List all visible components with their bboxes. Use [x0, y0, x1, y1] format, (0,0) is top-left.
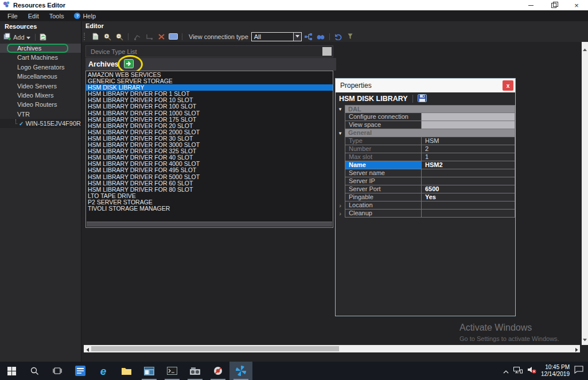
taskbar-search-button[interactable]: [23, 362, 46, 380]
tray-chevron-up-icon[interactable]: [503, 366, 509, 376]
collapsed-chevron-icon[interactable]: ›: [336, 201, 345, 210]
device-list-item[interactable]: HSM LIBRARY DRIVER FOR 325 SLOT: [86, 148, 333, 154]
expand-group-button[interactable]: [124, 59, 134, 70]
menu-item-tools[interactable]: Tools: [44, 11, 69, 21]
property-value[interactable]: [422, 121, 515, 129]
property-value[interactable]: 1: [422, 153, 515, 161]
vertical-scrollbar[interactable]: [582, 42, 588, 345]
sidebar-item-video-servers[interactable]: Video Servers: [0, 82, 81, 91]
device-list-item[interactable]: HSM LIBRARY DRIVER FOR 5000 SLOT: [86, 174, 333, 180]
blue-tile-app-icon[interactable]: [69, 362, 92, 380]
refresh-resource-button[interactable]: [39, 33, 47, 41]
device-list-item[interactable]: HSM LIBRARY DRIVER FOR 20 SLOT: [86, 123, 333, 129]
property-value[interactable]: Yes: [422, 193, 515, 201]
device-list-item[interactable]: LTO TAPE DRIVE: [86, 193, 333, 199]
sidebar-item-logo-generators[interactable]: Logo Generators: [0, 63, 81, 72]
device-list-item[interactable]: GENERIC SERVER STORAGE: [86, 78, 333, 84]
hierarchy-button[interactable]: [303, 32, 314, 41]
property-label[interactable]: View space: [345, 121, 422, 129]
connection-type-dropdown[interactable]: All: [251, 32, 302, 41]
close-button[interactable]: ×: [565, 0, 588, 10]
device-list-item[interactable]: HSM DISK LIBRARY: [86, 84, 333, 91]
property-label[interactable]: Number: [345, 145, 422, 153]
device-list-item[interactable]: HSM LIBRARY DRIVER FOR 3000 SLOT: [86, 142, 333, 148]
device-list-item[interactable]: HSM LIBRARY DRIVER FOR 60 SLOT: [86, 180, 333, 187]
property-label[interactable]: Configure connection: [345, 113, 422, 121]
filter-button[interactable]: [345, 32, 356, 41]
taskbar-clock[interactable]: 10:45 PM 12/14/2019: [541, 364, 570, 378]
property-value[interactable]: [422, 210, 515, 218]
start-button[interactable]: [0, 362, 23, 380]
restore-button[interactable]: [542, 0, 565, 10]
section-header-dal[interactable]: DAL: [345, 105, 515, 113]
property-value[interactable]: [422, 169, 515, 177]
device-list-hscrollbar[interactable]: [87, 222, 332, 227]
undo-button[interactable]: [333, 32, 344, 41]
property-value[interactable]: [422, 177, 515, 185]
delete-connection-button[interactable]: [156, 32, 166, 41]
recorder-app-icon[interactable]: [184, 362, 207, 380]
sidebar-item-video-routers[interactable]: Video Routers: [0, 100, 81, 109]
connection-elbow-icon[interactable]: [144, 32, 154, 41]
device-list-item[interactable]: HSM LIBRARY DRIVER FOR 4000 SLOT: [86, 161, 333, 167]
property-value[interactable]: [422, 201, 515, 210]
property-value[interactable]: HSM: [422, 137, 515, 145]
property-label[interactable]: Location: [345, 201, 422, 210]
volume-muted-icon[interactable]: [527, 366, 536, 376]
device-list-item[interactable]: AMAZON WEB SERVICES: [86, 72, 333, 78]
menu-item-file[interactable]: File: [2, 11, 23, 21]
section-header-general[interactable]: General: [345, 129, 515, 137]
device-list-item[interactable]: HSM LIBRARY DRIVER FOR 495 SLOT: [86, 167, 333, 173]
property-value[interactable]: HSM2: [422, 161, 515, 169]
find-button[interactable]: [316, 32, 326, 41]
device-list-item[interactable]: HSM LIBRARY DRIVER FOR 1 SLOT: [86, 91, 333, 97]
property-label[interactable]: Pingable: [345, 193, 422, 201]
zoom-out-button[interactable]: [114, 32, 124, 41]
sidebar-item-video-mixers[interactable]: Video Mixers: [0, 91, 81, 100]
zoom-in-button[interactable]: [102, 32, 112, 41]
property-value[interactable]: 2: [422, 145, 515, 153]
sidebar-item-archives[interactable]: Archives: [0, 44, 81, 53]
device-list-item[interactable]: HSM LIBRARY DRIVER FOR 1000 SLOT: [86, 110, 333, 117]
device-list-item[interactable]: HSM LIBRARY DRIVER FOR 100 SLOT: [86, 103, 333, 110]
document-button[interactable]: [90, 32, 100, 41]
property-value[interactable]: 6500: [422, 185, 515, 193]
device-list-item[interactable]: HSM LIBRARY DRIVER FOR 175 SLOT: [86, 117, 333, 123]
device-type-list-button[interactable]: [322, 47, 332, 56]
file-explorer-icon[interactable]: [115, 362, 138, 380]
sidebar-item-vtr[interactable]: VTR: [0, 110, 81, 119]
property-label[interactable]: Server name: [345, 169, 422, 177]
menu-item-help[interactable]: ?Help: [69, 11, 101, 21]
minimize-button[interactable]: [519, 0, 542, 10]
red-tool-app-icon[interactable]: [207, 362, 229, 380]
scrollbar-thumb[interactable]: [91, 346, 339, 351]
expanded-chevron-icon[interactable]: ▾: [336, 129, 345, 137]
menu-item-edit[interactable]: Edit: [23, 11, 44, 21]
expanded-chevron-icon[interactable]: ▾: [336, 105, 345, 113]
properties-close-button[interactable]: x: [503, 80, 513, 91]
display-rect-button[interactable]: [168, 32, 178, 41]
connection-line-icon[interactable]: [132, 32, 142, 41]
property-value[interactable]: [422, 113, 515, 121]
device-list-item[interactable]: HSM LIBRARY DRIVER FOR 10 SLOT: [86, 97, 333, 103]
device-list-item[interactable]: HSM LIBRARY DRIVER FOR 30 SLOT: [86, 135, 333, 142]
resources-editor-app-icon[interactable]: [229, 362, 252, 380]
property-label[interactable]: Server Port: [345, 185, 422, 193]
save-button[interactable]: [418, 94, 427, 104]
property-label[interactable]: Name: [345, 161, 422, 169]
collapsed-chevron-icon[interactable]: ›: [336, 210, 345, 218]
command-prompt-icon[interactable]: [161, 362, 184, 380]
network-icon[interactable]: [513, 366, 523, 376]
device-list-item[interactable]: HSM LIBRARY DRIVER FOR 80 SLOT: [86, 187, 333, 193]
property-label[interactable]: Server IP: [345, 177, 422, 185]
property-label[interactable]: Max slot: [345, 153, 422, 161]
device-list-item[interactable]: HSM LIBRARY DRIVER FOR 40 SLOT: [86, 154, 333, 161]
monitor-app-icon[interactable]: [138, 362, 161, 380]
internet-explorer-icon[interactable]: e: [92, 362, 115, 380]
sidebar-item-miscellaneous[interactable]: Miscellaneous: [0, 72, 81, 81]
task-view-button[interactable]: [46, 362, 69, 380]
sidebar-item-cart-machines[interactable]: Cart Machines: [0, 53, 81, 62]
add-button[interactable]: Add: [2, 32, 32, 42]
device-list-item[interactable]: TIVOLI STORAGE MANAGER: [86, 205, 333, 212]
property-label[interactable]: Cleanup: [345, 210, 422, 218]
